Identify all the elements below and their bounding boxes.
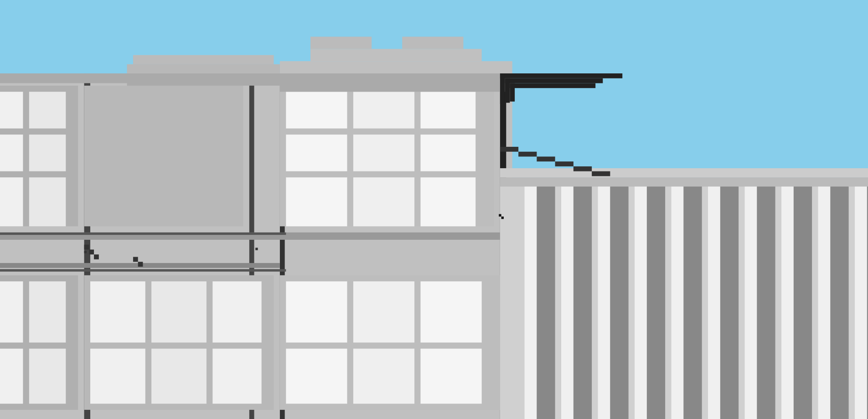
svg-rect-111 [84, 245, 89, 250]
svg-rect-100 [500, 177, 868, 186]
svg-rect-14 [84, 86, 243, 227]
svg-rect-33 [420, 134, 475, 171]
svg-rect-47 [0, 349, 23, 404]
svg-rect-50 [151, 281, 207, 342]
svg-rect-103 [518, 152, 537, 157]
svg-rect-91 [683, 183, 702, 419]
svg-rect-60 [420, 349, 481, 404]
svg-rect-26 [0, 177, 23, 226]
svg-rect-80 [781, 183, 794, 419]
svg-rect-55 [286, 281, 347, 342]
svg-rect-125 [501, 217, 504, 219]
svg-rect-76 [635, 183, 647, 419]
svg-rect-45 [0, 281, 23, 342]
svg-rect-65 [402, 36, 463, 49]
svg-rect-87 [537, 183, 555, 419]
svg-rect-56 [353, 281, 414, 342]
svg-rect-67 [500, 73, 505, 104]
svg-rect-114 [133, 257, 138, 262]
svg-rect-49 [90, 281, 145, 342]
svg-rect-35 [353, 177, 414, 226]
svg-rect-64 [310, 36, 372, 49]
svg-rect-123 [255, 248, 258, 250]
svg-rect-79 [745, 183, 757, 419]
svg-rect-68 [505, 78, 603, 83]
svg-rect-32 [353, 134, 414, 171]
svg-rect-23 [29, 92, 66, 128]
building-svg [0, 0, 868, 419]
svg-rect-102 [500, 147, 518, 152]
svg-rect-53 [151, 349, 207, 404]
svg-rect-119 [127, 64, 280, 73]
svg-rect-115 [138, 262, 143, 267]
svg-rect-118 [127, 73, 280, 86]
svg-rect-88 [574, 183, 592, 419]
svg-rect-77 [672, 183, 684, 419]
svg-rect-59 [353, 349, 414, 404]
svg-rect-69 [505, 78, 510, 103]
svg-rect-112 [89, 249, 94, 254]
svg-rect-62 [280, 61, 512, 73]
svg-rect-58 [286, 349, 347, 404]
svg-rect-25 [29, 134, 66, 171]
svg-rect-27 [29, 177, 66, 226]
svg-rect-113 [94, 254, 99, 259]
svg-rect-24 [0, 134, 23, 171]
svg-rect-89 [610, 183, 628, 419]
svg-rect-73 [525, 183, 537, 419]
svg-rect-94 [794, 183, 812, 419]
svg-rect-48 [29, 349, 66, 404]
svg-rect-70 [510, 83, 595, 88]
svg-rect-117 [0, 269, 286, 271]
svg-rect-57 [420, 281, 481, 342]
svg-rect-104 [537, 156, 555, 161]
svg-rect-122 [84, 251, 87, 253]
svg-rect-28 [286, 92, 347, 128]
svg-rect-31 [286, 134, 347, 171]
svg-rect-54 [212, 349, 261, 404]
svg-rect-82 [855, 183, 867, 419]
svg-rect-124 [499, 214, 501, 217]
svg-rect-74 [561, 183, 574, 419]
svg-rect-92 [720, 183, 739, 419]
svg-rect-93 [757, 183, 775, 419]
svg-rect-107 [592, 171, 610, 176]
svg-rect-61 [280, 73, 512, 92]
svg-rect-105 [555, 161, 574, 166]
svg-rect-90 [647, 183, 665, 419]
svg-rect-78 [708, 183, 720, 419]
svg-rect-101 [500, 168, 868, 177]
svg-rect-22 [0, 92, 23, 128]
svg-rect-120 [133, 55, 274, 64]
svg-rect-66 [500, 73, 622, 78]
svg-rect-46 [29, 281, 66, 342]
svg-rect-52 [90, 349, 145, 404]
hero-image [0, 0, 868, 419]
svg-rect-63 [310, 49, 482, 61]
svg-rect-34 [286, 177, 347, 226]
svg-rect-30 [420, 92, 475, 128]
svg-rect-95 [830, 183, 848, 419]
svg-rect-36 [420, 177, 475, 226]
svg-rect-81 [818, 183, 831, 419]
svg-rect-106 [574, 166, 592, 171]
svg-rect-71 [510, 83, 515, 101]
svg-rect-116 [0, 233, 286, 235]
svg-rect-75 [598, 183, 610, 419]
svg-rect-29 [353, 92, 414, 128]
svg-rect-51 [212, 281, 261, 342]
